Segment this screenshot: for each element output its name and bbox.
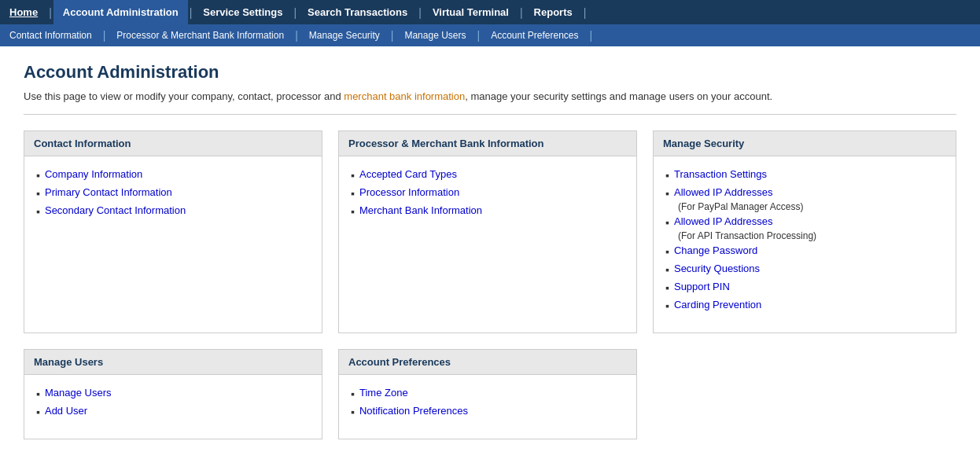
card-contact-info-header: Contact Information	[24, 131, 322, 156]
account-preferences-list: Time Zone Notification Preferences	[351, 387, 624, 418]
nav-link-account-admin[interactable]: Account Administration	[53, 0, 188, 24]
nav-item-service-settings[interactable]: Service Settings	[193, 0, 292, 24]
link-manage-users[interactable]: Manage Users	[45, 387, 112, 399]
subnav-link-processor-info[interactable]: Processor & Merchant Bank Information	[107, 24, 293, 46]
list-item-carding-prevention: Carding Prevention	[665, 299, 944, 312]
link-time-zone[interactable]: Time Zone	[359, 387, 408, 399]
link-change-password[interactable]: Change Password	[674, 244, 757, 256]
link-support-pin[interactable]: Support PIN	[674, 281, 730, 292]
sub-nav-divider-2: |	[293, 29, 300, 42]
link-transaction-settings[interactable]: Transaction Settings	[674, 168, 767, 180]
card-manage-users-body: Manage Users Add User	[24, 375, 322, 439]
list-item-primary-contact: Primary Contact Information	[36, 186, 310, 200]
list-item-processor-info: Processor Information	[351, 186, 624, 200]
nav-link-virtual-terminal[interactable]: Virtual Terminal	[423, 0, 518, 24]
link-carding-prevention[interactable]: Carding Prevention	[674, 299, 761, 310]
subnav-item-manage-security[interactable]: Manage Security	[300, 24, 389, 46]
manage-users-list: Manage Users Add User	[36, 387, 310, 418]
cards-grid-top: Contact Information Company Information …	[24, 130, 956, 333]
note-api-processing: (For API Transaction Processing)	[678, 230, 944, 241]
link-primary-contact[interactable]: Primary Contact Information	[45, 186, 172, 198]
card-manage-security-body: Transaction Settings Allowed IP Addresse…	[654, 156, 956, 333]
nav-divider-2: |	[188, 6, 194, 19]
nav-link-service-settings[interactable]: Service Settings	[193, 0, 292, 24]
nav-link-home[interactable]: Home	[0, 0, 47, 24]
processor-info-list: Accepted Card Types Processor Informatio…	[351, 168, 624, 218]
card-manage-users-header: Manage Users	[24, 350, 322, 375]
subnav-item-contact-info[interactable]: Contact Information	[0, 24, 101, 46]
manage-security-list: Transaction Settings Allowed IP Addresse…	[665, 168, 944, 200]
subnav-link-account-preferences[interactable]: Account Preferences	[481, 24, 588, 46]
nav-link-reports[interactable]: Reports	[525, 0, 582, 24]
card-contact-info: Contact Information Company Information …	[24, 130, 322, 333]
note-paypal-manager: (For PayPal Manager Access)	[678, 201, 944, 212]
list-item-allowed-ip-paypal: Allowed IP Addresses	[665, 186, 944, 200]
nav-item-home[interactable]: Home	[0, 0, 47, 24]
list-item-allowed-ip-api: Allowed IP Addresses	[665, 215, 944, 229]
nav-divider-5: |	[518, 6, 525, 19]
list-item-secondary-contact: Secondary Contact Information	[36, 204, 310, 218]
list-item-accepted-cards: Accepted Card Types	[351, 168, 624, 182]
sub-nav: Contact Information | Processor & Mercha…	[0, 24, 980, 46]
sub-nav-divider-3: |	[389, 29, 396, 42]
sub-nav-divider-5: |	[588, 29, 595, 42]
subnav-link-contact-info[interactable]: Contact Information	[0, 24, 101, 46]
card-account-preferences: Account Preferences Time Zone Notificati…	[338, 349, 637, 439]
top-nav: Home | Account Administration | Service …	[0, 0, 980, 24]
page-title: Account Administration	[24, 62, 956, 83]
card-contact-info-body: Company Information Primary Contact Info…	[24, 156, 322, 238]
nav-item-reports[interactable]: Reports	[525, 0, 582, 24]
cards-grid-bottom: Manage Users Manage Users Add User Accou…	[24, 349, 956, 439]
sub-nav-divider-4: |	[476, 29, 482, 42]
nav-divider-4: |	[417, 6, 423, 19]
subnav-link-manage-users[interactable]: Manage Users	[395, 24, 475, 46]
list-item-change-password: Change Password	[665, 244, 944, 258]
list-item-time-zone: Time Zone	[351, 387, 624, 400]
card-manage-security: Manage Security Transaction Settings All…	[653, 130, 956, 333]
list-item-add-user: Add User	[36, 405, 310, 418]
empty-card-bottom	[653, 349, 956, 439]
list-item-support-pin: Support PIN	[665, 281, 944, 294]
list-item-security-questions: Security Questions	[665, 263, 944, 276]
subnav-link-manage-security[interactable]: Manage Security	[300, 24, 389, 46]
link-security-questions[interactable]: Security Questions	[674, 263, 760, 274]
nav-item-virtual-terminal[interactable]: Virtual Terminal	[423, 0, 518, 24]
nav-divider-1: |	[47, 6, 53, 19]
link-add-user[interactable]: Add User	[45, 405, 87, 417]
nav-link-search-transactions[interactable]: Search Transactions	[298, 0, 417, 24]
link-processor-info[interactable]: Processor Information	[359, 186, 459, 198]
link-secondary-contact[interactable]: Secondary Contact Information	[45, 204, 186, 216]
nav-divider-3: |	[292, 6, 298, 19]
page-content: Account Administration Use this page to …	[0, 46, 980, 455]
card-manage-users: Manage Users Manage Users Add User	[24, 349, 322, 439]
card-processor-info: Processor & Merchant Bank Information Ac…	[338, 130, 637, 333]
card-manage-security-header: Manage Security	[654, 131, 956, 156]
card-processor-info-header: Processor & Merchant Bank Information	[339, 131, 636, 156]
link-accepted-cards[interactable]: Accepted Card Types	[359, 168, 457, 180]
subnav-item-processor-info[interactable]: Processor & Merchant Bank Information	[107, 24, 293, 46]
nav-item-search-transactions[interactable]: Search Transactions	[298, 0, 417, 24]
nav-divider-6: |	[582, 6, 588, 19]
contact-info-list: Company Information Primary Contact Info…	[36, 168, 310, 218]
link-allowed-ip-api[interactable]: Allowed IP Addresses	[674, 215, 773, 227]
link-notification-preferences[interactable]: Notification Preferences	[359, 405, 468, 417]
card-account-preferences-body: Time Zone Notification Preferences	[339, 375, 636, 439]
subnav-item-manage-users[interactable]: Manage Users	[395, 24, 475, 46]
list-item-notification-preferences: Notification Preferences	[351, 405, 624, 418]
list-item-manage-users: Manage Users	[36, 387, 310, 400]
link-merchant-bank[interactable]: Merchant Bank Information	[359, 204, 482, 216]
card-account-preferences-header: Account Preferences	[339, 350, 636, 375]
nav-item-account-admin[interactable]: Account Administration	[53, 0, 188, 24]
description-text-start: Use this page to view or modify your com…	[24, 90, 344, 102]
description-highlight: merchant bank information	[344, 90, 465, 102]
subnav-item-account-preferences[interactable]: Account Preferences	[481, 24, 588, 46]
list-item-transaction-settings: Transaction Settings	[665, 168, 944, 182]
list-item-merchant-bank: Merchant Bank Information	[351, 204, 624, 218]
page-description: Use this page to view or modify your com…	[24, 90, 956, 115]
manage-security-list-3: Change Password Security Questions Suppo…	[665, 244, 944, 312]
card-processor-info-body: Accepted Card Types Processor Informatio…	[339, 156, 636, 238]
link-allowed-ip-paypal[interactable]: Allowed IP Addresses	[674, 186, 773, 198]
description-text-end: , manage your security settings and mana…	[465, 90, 772, 102]
link-company-info[interactable]: Company Information	[45, 168, 142, 180]
sub-nav-divider-1: |	[101, 29, 108, 42]
